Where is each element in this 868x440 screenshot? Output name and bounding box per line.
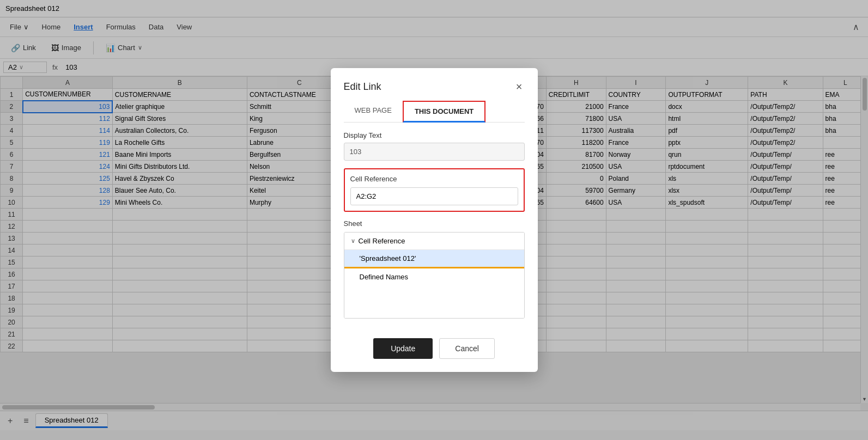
dialog-tabs: WEB PAGE THIS DOCUMENT <box>344 101 525 123</box>
tree-item-defined-names[interactable]: Defined Names <box>344 268 524 285</box>
update-button[interactable]: Update <box>373 338 433 359</box>
chevron-down-icon: ∨ <box>351 237 355 245</box>
dialog-title: Edit Link <box>344 81 381 93</box>
tree-item-defined-names-label: Defined Names <box>360 273 409 281</box>
cell-reference-section: Cell Reference <box>344 168 525 212</box>
tree-empty-space <box>344 285 524 318</box>
dialog-footer: Update Cancel <box>331 338 538 372</box>
cell-ref-section-label: Cell Reference <box>350 175 518 183</box>
tab-web-page[interactable]: WEB PAGE <box>344 101 403 123</box>
tree-item-spreadsheet012[interactable]: 'Spreadsheet 012' <box>344 250 524 268</box>
tree-item-cell-reference-label: Cell Reference <box>359 237 405 245</box>
dialog-header: Edit Link × <box>331 68 538 101</box>
edit-link-dialog: Edit Link × WEB PAGE THIS DOCUMENT Displ… <box>331 68 538 372</box>
sheet-label: Sheet <box>344 219 525 228</box>
tree-item-cell-reference[interactable]: ∨ Cell Reference <box>344 233 524 250</box>
modal-overlay: Edit Link × WEB PAGE THIS DOCUMENT Displ… <box>0 0 868 440</box>
cancel-button[interactable]: Cancel <box>439 338 495 359</box>
tab-this-document[interactable]: THIS DOCUMENT <box>403 101 485 123</box>
dialog-close-button[interactable]: × <box>514 79 525 94</box>
dialog-body: Display Text Cell Reference Sheet ∨ Cell… <box>331 123 538 338</box>
display-text-label: Display Text <box>344 131 525 139</box>
cell-ref-section-input[interactable] <box>350 187 518 205</box>
sheet-tree: ∨ Cell Reference 'Spreadsheet 012' Defin… <box>344 232 525 319</box>
display-text-input[interactable] <box>344 143 525 161</box>
tree-item-spreadsheet012-label: 'Spreadsheet 012' <box>360 254 416 262</box>
